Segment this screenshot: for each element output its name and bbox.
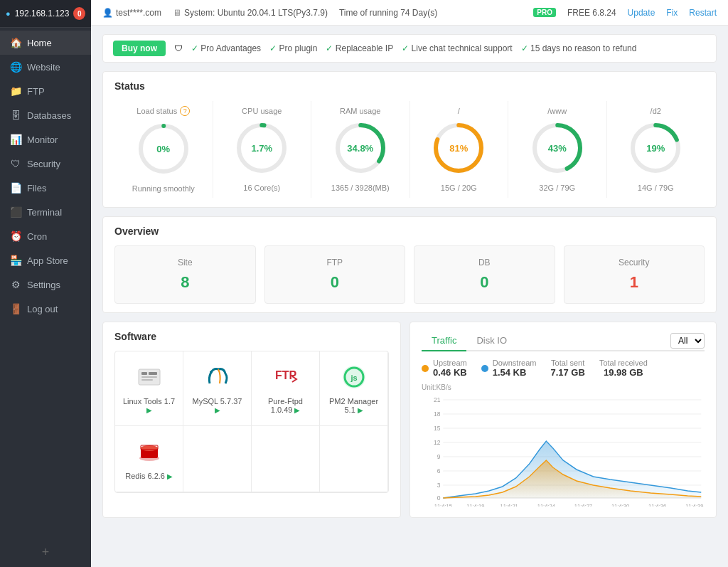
- svg-rect-16: [141, 379, 153, 381]
- sidebar-label-5: Security: [27, 159, 60, 169]
- sidebar-item-website[interactable]: 🌐Website: [0, 55, 91, 79]
- sidebar-icon-6: 📄: [10, 182, 21, 194]
- software-cell: [183, 426, 252, 492]
- svg-rect-13: [141, 372, 147, 375]
- status-item: / 81% 15G / 20G: [410, 101, 508, 198]
- donut-wrap: 0%: [135, 120, 192, 177]
- traffic-filter-select[interactable]: All: [670, 333, 705, 349]
- svg-text:18: 18: [434, 410, 441, 418]
- overview-card-security[interactable]: Security1: [564, 245, 705, 304]
- legend-total-sent: Total sent 7.17 GB: [550, 359, 584, 378]
- update-link[interactable]: Update: [628, 8, 655, 18]
- software-name: MySQL 5.7.37 ▶: [189, 397, 245, 414]
- status-item: Load status? 0% Running smoothly: [114, 100, 213, 198]
- svg-text:3: 3: [437, 482, 441, 489]
- sidebar-label-10: Settings: [27, 280, 60, 290]
- svg-text:11:4:30: 11:4:30: [611, 503, 630, 507]
- sidebar-label-1: Website: [27, 62, 60, 73]
- card-value: 8: [127, 273, 244, 292]
- buy-now-button[interactable]: Buy now: [113, 41, 166, 56]
- svg-text:21: 21: [434, 396, 441, 403]
- svg-text:js: js: [350, 373, 357, 382]
- restart-link[interactable]: Restart: [689, 8, 717, 18]
- svg-text:0: 0: [437, 494, 441, 502]
- sidebar-item-settings[interactable]: ⚙Settings: [0, 272, 91, 297]
- overview-card-site[interactable]: Site8: [114, 245, 256, 304]
- downstream-dot: [481, 365, 488, 372]
- software-name: Redis 6.2.6 ▶: [125, 472, 172, 480]
- sidebar-label-4: Monitor: [27, 134, 58, 145]
- card-label: Site: [127, 258, 244, 267]
- software-cell[interactable]: Redis 6.2.6 ▶: [115, 426, 183, 492]
- software-section: Software Linux Tools 1.7 ▶MySQL 5.7.37 ▶…: [102, 322, 401, 518]
- sidebar-item-monitor[interactable]: 📊Monitor: [0, 127, 91, 152]
- fix-link[interactable]: Fix: [666, 8, 678, 18]
- sidebar-badge: 0: [73, 7, 85, 20]
- software-title: Software: [114, 331, 389, 342]
- svg-text:12: 12: [434, 439, 441, 446]
- sidebar-icon-3: 🗄: [10, 110, 21, 121]
- status-title: Status: [114, 80, 705, 92]
- sidebar-item-databases[interactable]: 🗄Databases: [0, 103, 91, 127]
- topbar-uptime: Time of running 74 Day(s): [339, 8, 437, 18]
- sidebar-add-button[interactable]: +: [0, 538, 91, 567]
- sidebar-item-terminal[interactable]: ⬛Terminal: [0, 200, 91, 224]
- pro-advantage-1: Pro Advantages: [191, 43, 261, 53]
- software-grid: Linux Tools 1.7 ▶MySQL 5.7.37 ▶FTPPure-F…: [114, 351, 389, 493]
- overview-card-db[interactable]: DB0: [414, 245, 555, 304]
- sidebar-label-8: Cron: [27, 231, 47, 242]
- upstream-value: 0.46 KB: [433, 367, 467, 378]
- card-value: 0: [426, 273, 543, 292]
- traffic-section: Traffic Disk IO All Upstream 0.46 KB: [410, 322, 717, 518]
- status-item: CPU usage 1.7% 16 Core(s): [213, 101, 311, 198]
- system-icon: 🖥: [173, 8, 181, 18]
- software-icon-redis: [135, 438, 164, 466]
- status-section: Status Load status? 0% Running smoothly …: [102, 71, 717, 208]
- status-sublabel: 14G / 79G: [638, 184, 674, 192]
- topbar-system: 🖥 System: Ubuntu 20.04.1 LTS(Py3.7.9): [173, 8, 328, 18]
- software-cell: [320, 426, 388, 492]
- overview-card-ftp[interactable]: FTP0: [264, 245, 406, 304]
- topbar-version: FREE 6.8.24: [567, 8, 616, 18]
- sidebar-item-cron[interactable]: ⏰Cron: [0, 224, 91, 248]
- chart-unit-label: Unit:KB/s: [422, 383, 705, 391]
- sidebar-item-files[interactable]: 📄Files: [0, 176, 91, 200]
- overview-title: Overview: [114, 226, 705, 237]
- bottom-row: Software Linux Tools 1.7 ▶MySQL 5.7.37 ▶…: [102, 322, 717, 518]
- sidebar-item-home[interactable]: 🏠Home: [0, 31, 91, 55]
- legend-total-received: Total received 19.98 GB: [599, 359, 648, 378]
- info-icon[interactable]: ?: [180, 106, 190, 116]
- donut-value: 19%: [646, 143, 665, 154]
- tab-traffic[interactable]: Traffic: [422, 331, 466, 351]
- donut-wrap: 1.7%: [233, 120, 290, 176]
- downstream-value: 1.54 KB: [493, 367, 537, 378]
- sidebar-label-9: App Store: [27, 255, 68, 266]
- traffic-legend: Upstream 0.46 KB Downstream 1.54 KB Tota…: [422, 359, 705, 378]
- status-label: /www: [547, 107, 567, 115]
- software-cell[interactable]: MySQL 5.7.37 ▶: [183, 351, 252, 426]
- tab-diskio[interactable]: Disk IO: [466, 331, 517, 351]
- sidebar-item-ftp[interactable]: 📁FTP: [0, 79, 91, 103]
- user-icon: 👤: [102, 8, 113, 18]
- software-cell[interactable]: jsPM2 Manager 5.1 ▶: [320, 351, 388, 426]
- pro-banner: Buy now 🛡 Pro Advantages Pro plugin Repl…: [102, 34, 717, 63]
- software-icon-mysql: [203, 363, 232, 391]
- svg-text:11:4:21: 11:4:21: [500, 503, 518, 507]
- svg-point-24: [141, 445, 158, 451]
- sidebar-item-app-store[interactable]: 🏪App Store: [0, 248, 91, 272]
- svg-text:11:4:36: 11:4:36: [648, 503, 666, 507]
- status-sublabel: 1365 / 3928(MB): [331, 184, 390, 192]
- status-item: /d2 19% 14G / 79G: [606, 101, 705, 198]
- sidebar-icon-0: 🏠: [10, 37, 21, 48]
- sidebar-item-log-out[interactable]: 🚪Log out: [0, 297, 91, 321]
- svg-rect-15: [141, 376, 157, 378]
- svg-text:6: 6: [437, 467, 441, 475]
- legend-downstream: Downstream 1.54 KB: [481, 359, 537, 378]
- software-cell[interactable]: FTPPure-Ftpd 1.0.49 ▶: [252, 351, 320, 426]
- sidebar-item-security[interactable]: 🛡Security: [0, 152, 91, 176]
- software-name: PM2 Manager 5.1 ▶: [326, 397, 382, 414]
- sidebar-icon-2: 📁: [10, 85, 21, 97]
- software-icon-ftpd: FTP: [272, 363, 300, 391]
- svg-text:11:4:19: 11:4:19: [466, 503, 484, 507]
- software-cell[interactable]: Linux Tools 1.7 ▶: [115, 351, 183, 426]
